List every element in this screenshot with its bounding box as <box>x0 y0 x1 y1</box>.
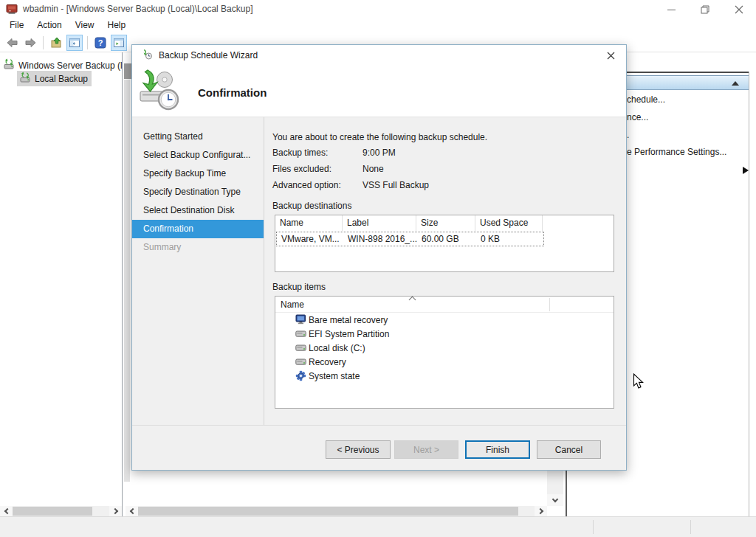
backup-item-name: EFI System Partition <box>309 329 389 339</box>
steps-divider <box>264 117 264 425</box>
destination-cell: VMware, VM... <box>277 234 343 244</box>
wizard-step-confirmation[interactable]: Confirmation <box>132 220 264 238</box>
close-button[interactable] <box>722 0 756 19</box>
statusbar-separator <box>593 520 594 534</box>
column-header-size[interactable]: Size <box>416 215 475 231</box>
destination-row[interactable]: VMware, VM...WIN-898 2016_...60.00 GB0 K… <box>276 232 544 246</box>
backup-item-name: Local disk (C:) <box>309 343 365 353</box>
wizard-step-getting-started[interactable]: Getting Started <box>132 128 264 146</box>
scroll-right-button[interactable] <box>535 506 547 516</box>
disk-icon <box>295 328 306 339</box>
back-button[interactable] <box>4 35 20 51</box>
gear-icon <box>295 370 306 381</box>
tree-item-local-backup[interactable]: Local Backup <box>17 71 92 86</box>
backup-schedule-icon <box>138 69 181 113</box>
tree-item-label: Local Backup <box>35 74 88 84</box>
wizard-step-select-backup-configurat[interactable]: Select Backup Configurat... <box>132 146 264 164</box>
action-item-fragment[interactable]: nce... <box>627 112 648 122</box>
backup-destinations-label: Backup destinations <box>272 201 351 211</box>
scroll-right-button[interactable] <box>109 506 122 516</box>
minimize-button[interactable] <box>654 0 688 19</box>
previous-button[interactable]: < Previous <box>326 440 391 459</box>
action-item-fragment[interactable]: . <box>627 130 629 140</box>
forward-button[interactable] <box>22 35 38 51</box>
action-item-fragment[interactable]: chedule... <box>627 94 665 105</box>
backup-destinations-table[interactable]: NameLabelSizeUsed SpaceVMware, VM...WIN-… <box>275 215 614 272</box>
field-value: None <box>362 164 384 174</box>
obscured-ui-fragment <box>124 80 130 482</box>
server-backup-icon <box>19 72 31 86</box>
wizard-step-summary[interactable]: Summary <box>132 238 264 257</box>
backup-items-list[interactable]: NameBare metal recoveryEFI System Partit… <box>275 296 614 409</box>
destination-cell: WIN-898 2016_... <box>343 234 417 244</box>
backup-item-row[interactable]: Bare metal recovery <box>275 313 614 327</box>
wizard-step-specify-backup-time[interactable]: Specify Backup Time <box>132 164 264 183</box>
column-header-name[interactable]: Name <box>275 215 343 231</box>
toolbar-separator <box>87 36 88 49</box>
dialog-close-button[interactable] <box>601 48 620 63</box>
sort-ascending-icon <box>409 297 416 304</box>
svg-text:?: ? <box>98 38 103 47</box>
dialog-title-bar: Backup Schedule Wizard <box>132 45 626 66</box>
backup-schedule-wizard-dialog: Backup Schedule Wizard Confirmation Gett… <box>131 44 627 471</box>
field-value: 9:00 PM <box>362 148 396 158</box>
collapse-arrow-icon[interactable] <box>732 81 739 86</box>
column-header-used-space[interactable]: Used Space <box>475 215 543 231</box>
results-horizontal-scrollbar[interactable] <box>126 506 547 516</box>
column-header-filler <box>543 215 614 231</box>
disk-icon <box>295 356 306 367</box>
backup-item-row[interactable]: Local disk (C:) <box>275 341 614 355</box>
disk-icon <box>295 342 306 353</box>
backup-item-name: System state <box>309 371 360 381</box>
scroll-left-button[interactable] <box>126 506 138 516</box>
backup-item-name: Recovery <box>309 357 346 367</box>
column-divider <box>549 298 550 311</box>
console-tree-toggle-button[interactable] <box>66 35 83 51</box>
menu-action[interactable]: Action <box>30 18 68 32</box>
action-item-fragment[interactable]: e Performance Settings... <box>627 147 726 157</box>
up-one-level-button[interactable] <box>48 35 64 51</box>
wbadmin-app-icon <box>6 3 18 15</box>
wizard-header: Confirmation <box>132 66 626 117</box>
mouse-cursor <box>633 373 644 392</box>
status-bar <box>0 516 756 537</box>
dialog-title: Backup Schedule Wizard <box>159 50 258 60</box>
scrollbar-thumb[interactable] <box>138 507 518 516</box>
scrollbar-thumb[interactable] <box>13 507 92 516</box>
monitor-icon <box>295 314 306 325</box>
title-bar: wbadmin - [Windows Server Backup (Local)… <box>0 0 756 18</box>
confirmation-intro-text: You are about to create the following ba… <box>272 132 487 142</box>
menu-view[interactable]: View <box>69 18 101 32</box>
action-pane-toggle-button[interactable] <box>111 35 127 51</box>
next-button: Next > <box>394 440 458 459</box>
field-value: VSS Full Backup <box>362 180 429 190</box>
wizard-step-select-destination-disk[interactable]: Select Destination Disk <box>132 201 264 220</box>
window-title: wbadmin - [Windows Server Backup (Local)… <box>23 4 252 14</box>
table-header-row: NameLabelSizeUsed Space <box>275 215 614 231</box>
summary-field-row: Files excluded:None <box>272 164 331 174</box>
menu-help[interactable]: Help <box>101 18 133 32</box>
column-header-name[interactable]: Name <box>281 299 304 310</box>
scroll-left-button[interactable] <box>0 506 13 516</box>
backup-item-row[interactable]: Recovery <box>275 355 614 369</box>
destination-cell: 60.00 GB <box>417 234 476 244</box>
backup-items-label: Backup items <box>272 282 326 292</box>
submenu-arrow-icon <box>743 167 749 174</box>
restore-button[interactable] <box>688 0 722 19</box>
wizard-step-specify-destination-type[interactable]: Specify Destination Type <box>132 183 264 201</box>
server-backup-icon <box>3 58 15 72</box>
finish-button[interactable]: Finish <box>465 440 530 459</box>
backup-item-row[interactable]: System state <box>275 369 614 383</box>
list-header-row[interactable]: Name <box>275 297 614 313</box>
field-label: Backup times: <box>272 148 328 158</box>
column-header-label[interactable]: Label <box>343 215 416 231</box>
destination-cell: 0 KB <box>476 234 543 244</box>
help-button[interactable]: ? <box>92 35 109 51</box>
menu-file[interactable]: File <box>3 18 30 32</box>
cancel-button[interactable]: Cancel <box>537 440 601 459</box>
scroll-down-button[interactable] <box>547 494 563 506</box>
wizard-title-icon <box>141 49 153 63</box>
tree-horizontal-scrollbar[interactable] <box>0 506 122 516</box>
backup-item-name: Bare metal recovery <box>309 315 388 325</box>
backup-item-row[interactable]: EFI System Partition <box>275 327 614 341</box>
